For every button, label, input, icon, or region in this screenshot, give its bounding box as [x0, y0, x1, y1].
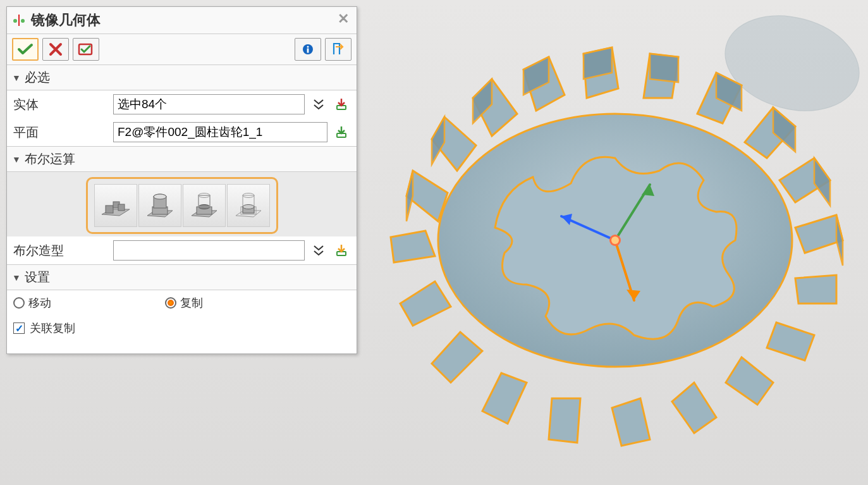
boolean-union-icon [144, 189, 176, 222]
double-chevron-down-icon [313, 98, 324, 111]
copy-radio[interactable] [165, 297, 176, 309]
expand-panel-icon [332, 42, 345, 57]
mirror-geometry-dialog: 镜像几何体 ✕ [6, 6, 357, 354]
move-radio-group[interactable]: 移动 [13, 295, 51, 310]
checkmark-icon [17, 42, 34, 56]
gear-model-view [350, 0, 868, 485]
down-arrow-green-icon [334, 125, 348, 139]
section-title-required: 必选 [25, 69, 50, 86]
svg-point-32 [611, 236, 619, 244]
entity-input[interactable] [113, 94, 305, 114]
move-copy-row: 移动 复制 [7, 290, 357, 316]
dialog-title: 镜像几何体 [31, 11, 101, 30]
section-title-boolean: 布尔运算 [25, 150, 75, 168]
boolean-subtract-icon [188, 189, 221, 222]
section-header-boolean[interactable]: ▼ 布尔运算 [7, 147, 357, 172]
chevron-down-icon: ▼ [12, 273, 21, 283]
svg-rect-6 [106, 206, 113, 213]
move-label: 移动 [28, 295, 51, 310]
copy-label: 复制 [180, 295, 203, 310]
boolean-shape-expand-button[interactable] [310, 244, 327, 257]
move-radio[interactable] [13, 297, 25, 309]
entity-label: 实体 [13, 96, 108, 113]
3d-viewport[interactable] [350, 0, 868, 485]
plane-label: 平面 [13, 124, 108, 141]
boolean-union-button[interactable] [138, 184, 181, 227]
section-body-required: 实体 平面 [7, 90, 357, 147]
section-header-required[interactable]: ▼ 必选 [7, 65, 357, 90]
svg-point-21 [243, 205, 254, 209]
expand-button[interactable] [325, 38, 351, 61]
boolean-subtract-button[interactable] [183, 184, 226, 227]
svg-rect-3 [307, 49, 309, 53]
assoc-copy-row: 关联复制 [7, 316, 357, 341]
boolean-shape-select-button[interactable] [333, 242, 350, 259]
boolean-none-icon [99, 189, 132, 222]
x-icon [49, 42, 63, 56]
plane-select-button[interactable] [333, 124, 350, 140]
svg-point-2 [307, 46, 309, 48]
info-button[interactable] [295, 38, 321, 61]
apply-icon [78, 42, 94, 56]
boolean-shape-input[interactable] [113, 240, 305, 261]
chevron-down-icon: ▼ [12, 154, 21, 164]
close-button[interactable]: ✕ [338, 11, 349, 27]
down-arrow-orange-icon [334, 243, 348, 257]
apply-button[interactable] [73, 38, 99, 61]
plane-input[interactable] [113, 122, 327, 142]
dialog-toolbar [7, 34, 357, 65]
chevron-down-icon: ▼ [12, 73, 21, 83]
cancel-button[interactable] [42, 38, 69, 61]
info-icon [302, 43, 314, 56]
section-body-settings: 移动 复制 关联复制 [7, 290, 357, 353]
boolean-intersect-button[interactable] [227, 184, 270, 227]
dialog-header: 镜像几何体 ✕ [7, 7, 357, 34]
svg-point-12 [154, 194, 166, 199]
boolean-shape-label: 布尔造型 [13, 242, 108, 259]
assoc-copy-checkbox[interactable] [13, 322, 25, 334]
boolean-none-button[interactable] [94, 184, 137, 227]
section-header-settings[interactable]: ▼ 设置 [7, 265, 357, 290]
mirror-icon [13, 15, 25, 26]
copy-radio-group[interactable]: 复制 [165, 295, 203, 310]
boolean-shape-row: 布尔造型 [7, 236, 357, 264]
down-arrow-red-icon [334, 97, 348, 111]
entity-select-button[interactable] [333, 96, 350, 113]
svg-rect-8 [118, 204, 125, 211]
plane-row: 平面 [7, 118, 357, 146]
double-chevron-down-icon [313, 244, 324, 257]
entity-expand-button[interactable] [310, 98, 327, 111]
boolean-operation-toolbar [86, 177, 278, 234]
assoc-copy-label: 关联复制 [30, 321, 75, 336]
section-body-boolean: 布尔造型 [7, 172, 357, 265]
section-title-settings: 设置 [25, 269, 50, 286]
ok-button[interactable] [12, 38, 39, 61]
boolean-intersect-icon [232, 189, 265, 222]
entity-row: 实体 [7, 90, 357, 118]
